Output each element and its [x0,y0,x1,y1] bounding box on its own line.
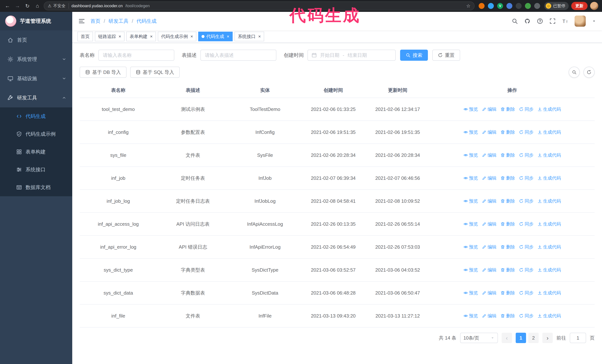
extension-icon[interactable] [516,3,522,9]
delete-link[interactable]: 删除 [501,313,515,319]
generate-code-link[interactable]: 生成代码 [538,198,561,204]
close-icon[interactable]: × [150,34,153,39]
caret-down-icon[interactable] [592,19,596,23]
extension-icon[interactable]: V [497,3,503,9]
github-icon[interactable] [524,18,530,24]
breadcrumb-item[interactable]: 研发工具 [108,18,129,24]
date-range-picker[interactable]: 开始日期 - 结束日期 [308,50,396,61]
extension-icon[interactable] [488,3,494,9]
tab[interactable]: 系统接口 × [235,32,264,41]
delete-link[interactable]: 删除 [501,244,515,250]
delete-link[interactable]: 删除 [501,290,515,296]
sidebar-item-devtools[interactable]: 研发工具 [0,88,72,107]
bookmark-star-icon[interactable]: ☆ [466,3,471,9]
reset-button[interactable]: 重置 [432,50,460,61]
user-avatar[interactable] [575,16,586,27]
browser-reload-icon[interactable]: ↻ [24,2,31,10]
sidebar-item-db-doc[interactable]: 数据库文档 [0,178,72,196]
preview-link[interactable]: 预览 [463,129,478,135]
sync-link[interactable]: 同步 [519,290,533,296]
preview-link[interactable]: 预览 [463,221,478,227]
preview-link[interactable]: 预览 [463,106,478,112]
app-logo[interactable]: 芋道管理系统 [0,12,72,30]
address-bar[interactable]: ⚠ 不安全 dashboard.yudao.iocoder.cn /tool/c… [44,1,474,10]
sidebar-toggle-icon[interactable] [78,18,85,25]
preview-link[interactable]: 预览 [463,313,478,319]
edit-link[interactable]: 编辑 [482,244,496,250]
edit-link[interactable]: 编辑 [482,152,496,158]
browser-profile-avatar[interactable] [590,2,598,10]
edit-link[interactable]: 编辑 [482,106,496,112]
fullscreen-icon[interactable] [549,18,556,24]
delete-link[interactable]: 删除 [501,129,515,135]
sidebar-item-system-api[interactable]: 系统接口 [0,161,72,178]
sidebar-item-codegen[interactable]: 代码生成 [0,107,72,125]
import-sql-button[interactable]: 基于 SQL 导入 [130,67,180,78]
table-desc-input[interactable] [200,50,276,61]
search-button[interactable]: 搜索 [400,50,428,61]
browser-home-icon[interactable]: ⌂ [34,2,41,10]
sync-link[interactable]: 同步 [519,267,533,273]
generate-code-link[interactable]: 生成代码 [538,267,561,273]
help-icon[interactable] [537,18,543,24]
tab[interactable]: 表单构建 × [126,32,156,41]
generate-code-link[interactable]: 生成代码 [538,313,561,319]
edit-link[interactable]: 编辑 [482,198,496,204]
breadcrumb-item[interactable]: 代码生成 [137,18,157,24]
delete-link[interactable]: 删除 [501,198,515,204]
preview-link[interactable]: 预览 [463,175,478,181]
close-icon[interactable]: × [227,34,229,39]
extension-icon[interactable] [479,3,484,9]
search-icon[interactable] [512,18,518,24]
profile-paused-chip[interactable]: ☺ 已暂停 [544,2,569,10]
import-db-button[interactable]: 基于 DB 导入 [80,67,127,78]
sidebar-item-home[interactable]: 首页 [0,30,72,50]
tab[interactable]: 代码生成示例 × [158,32,196,41]
page-size-select[interactable]: 10条/页 [460,333,498,343]
edit-link[interactable]: 编辑 [482,267,496,273]
edit-link[interactable]: 编辑 [482,129,496,135]
delete-link[interactable]: 删除 [501,175,515,181]
sync-link[interactable]: 同步 [519,244,533,250]
edit-link[interactable]: 编辑 [482,290,496,296]
tab[interactable]: 首页 [77,32,93,41]
browser-forward-icon[interactable]: → [14,2,21,10]
security-warning[interactable]: ⚠ 不安全 [48,3,69,9]
prev-page-button[interactable]: ‹ [502,333,512,343]
font-size-icon[interactable]: TT [562,18,568,24]
generate-code-link[interactable]: 生成代码 [538,129,561,135]
sync-link[interactable]: 同步 [519,221,533,227]
page-button[interactable]: 1 [516,333,526,343]
generate-code-link[interactable]: 生成代码 [538,244,561,250]
generate-code-link[interactable]: 生成代码 [538,152,561,158]
sync-link[interactable]: 同步 [519,175,533,181]
generate-code-link[interactable]: 生成代码 [538,175,561,181]
sync-link[interactable]: 同步 [519,313,533,319]
next-page-button[interactable]: › [542,333,553,343]
browser-update-button[interactable]: 更新 [571,2,588,10]
close-icon[interactable]: × [118,34,121,39]
delete-link[interactable]: 删除 [501,267,515,273]
edit-link[interactable]: 编辑 [482,175,496,181]
delete-link[interactable]: 删除 [501,106,515,112]
close-icon[interactable]: × [190,34,193,39]
sidebar-item-infra[interactable]: 基础设施 [0,69,72,88]
sync-link[interactable]: 同步 [519,129,533,135]
table-name-input[interactable] [98,50,174,61]
generate-code-link[interactable]: 生成代码 [538,290,561,296]
close-icon[interactable]: × [258,34,261,39]
sync-link[interactable]: 同步 [519,198,533,204]
sidebar-item-system[interactable]: 系统管理 [0,50,72,69]
page-button[interactable]: 2 [528,333,539,343]
sidebar-item-form-builder[interactable]: 表单构建 [0,143,72,161]
preview-link[interactable]: 预览 [463,152,478,158]
breadcrumb-item[interactable]: 首页 [90,18,100,24]
preview-link[interactable]: 预览 [463,198,478,204]
preview-link[interactable]: 预览 [463,267,478,273]
extension-icon[interactable] [534,3,540,9]
tab[interactable]: 代码生成 × [198,32,233,41]
refresh-table-button[interactable] [583,67,595,78]
sidebar-item-codegen-example[interactable]: 代码生成示例 [0,125,72,143]
edit-link[interactable]: 编辑 [482,313,496,319]
preview-link[interactable]: 预览 [463,290,478,296]
